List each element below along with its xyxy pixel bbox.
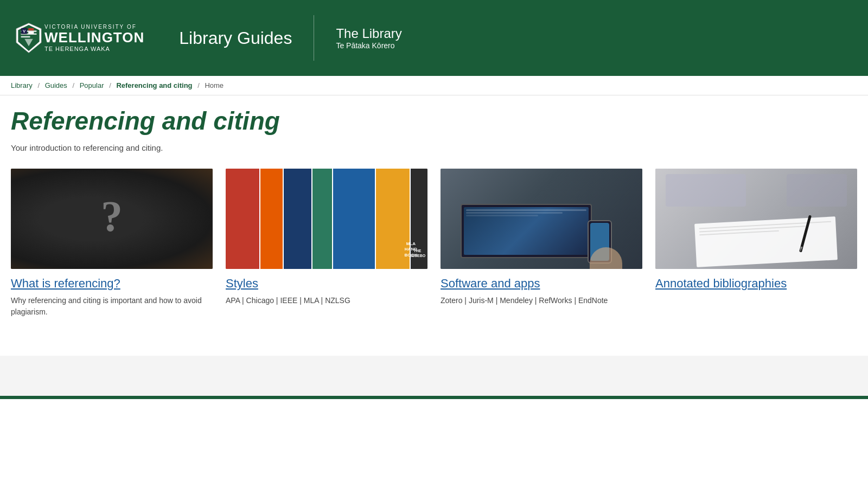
wellington-label: WELLINGTON — [44, 30, 144, 46]
card-software-apps: Software and apps Zotero | Juris-M | Men… — [441, 169, 642, 318]
card-annotated-bibliographies: Annotated bibliographies — [655, 169, 857, 318]
the-library-title: The Library — [336, 26, 401, 41]
breadcrumb: Library / Guides / Popular / Referencing… — [0, 76, 868, 95]
page-subtitle: Your introduction to referencing and cit… — [11, 143, 857, 152]
svg-rect-9 — [28, 28, 34, 30]
te-pataka-label: Te Pātaka Kōrero — [336, 41, 401, 50]
card-what-is-referencing: ? What is referencing? Why referencing a… — [11, 169, 213, 318]
library-guides-title: Library Guides — [179, 28, 292, 48]
the-library-section: The Library Te Pātaka Kōrero — [314, 26, 423, 50]
card-4-image — [655, 169, 857, 269]
page-title: Referencing and citing — [11, 106, 857, 136]
university-name: VICTORIA UNIVERSITY OF WELLINGTON TE HER… — [44, 24, 144, 52]
breadcrumb-guides[interactable]: Guides — [45, 81, 67, 89]
breadcrumb-sep-3: / — [109, 81, 111, 89]
breadcrumb-popular[interactable]: Popular — [80, 81, 104, 89]
card-3-title[interactable]: Software and apps — [441, 277, 642, 291]
breadcrumb-library[interactable]: Library — [11, 81, 33, 89]
card-styles: MLAHANDBOOK THEBLUEBO Styles APA | Chica… — [226, 169, 427, 318]
breadcrumb-sep-2: / — [72, 81, 74, 89]
site-header: V VICTORIA UNIVERSITY OF WELLINGTON TE H… — [0, 0, 868, 76]
breadcrumb-home: Home — [205, 81, 224, 89]
logo-section[interactable]: V VICTORIA UNIVERSITY OF WELLINGTON TE H… — [0, 0, 157, 76]
card-1-image: ? — [11, 169, 213, 269]
card-3-image — [441, 169, 642, 269]
university-shield-icon: V — [13, 22, 44, 54]
cards-grid: ? What is referencing? Why referencing a… — [11, 169, 857, 318]
card-2-title[interactable]: Styles — [226, 277, 427, 291]
breadcrumb-sep-1: / — [37, 81, 40, 89]
card-2-image: MLAHANDBOOK THEBLUEBO — [226, 169, 427, 269]
main-content: Referencing and citing Your introduction… — [0, 95, 868, 356]
svg-rect-10 — [28, 31, 34, 34]
breadcrumb-current: Referencing and citing — [116, 81, 192, 89]
te-herenga-label: TE HERENGA WAKA — [44, 46, 144, 52]
breadcrumb-sep-4: / — [197, 81, 200, 89]
card-1-title[interactable]: What is referencing? — [11, 277, 213, 291]
site-footer — [0, 356, 868, 399]
card-4-title[interactable]: Annotated bibliographies — [655, 277, 857, 291]
card-1-description: Why referencing and citing is important … — [11, 295, 213, 318]
svg-text:V: V — [23, 29, 26, 34]
question-mark-icon: ? — [101, 191, 123, 241]
svg-rect-4 — [21, 36, 30, 38]
card-3-description: Zotero | Juris-M | Mendeley | RefWorks |… — [441, 295, 642, 306]
library-guides-title-section: Library Guides — [157, 15, 314, 61]
card-2-description: APA | Chicago | IEEE | MLA | NZLSG — [226, 295, 427, 306]
